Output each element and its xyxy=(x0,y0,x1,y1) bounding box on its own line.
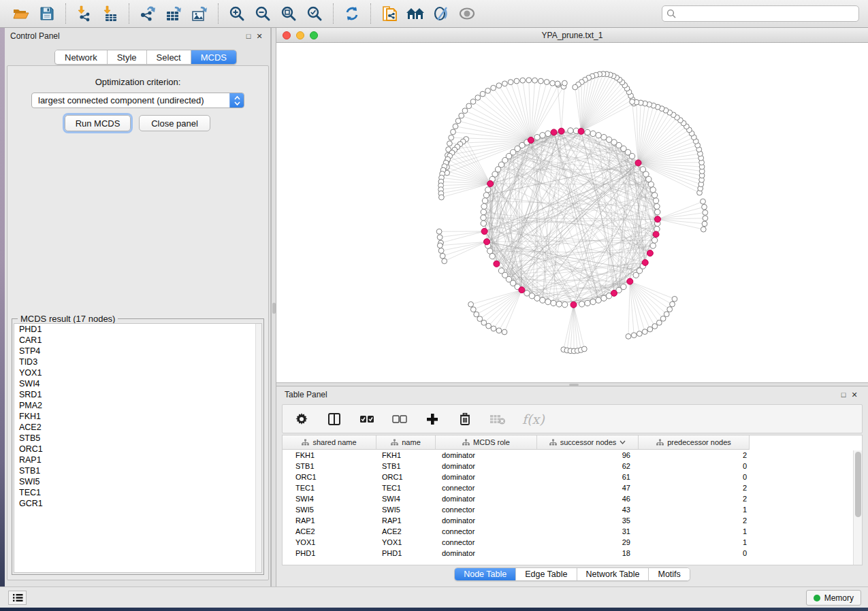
graph-node[interactable] xyxy=(502,81,508,86)
result-list-item[interactable]: STB1 xyxy=(14,465,261,476)
graph-node[interactable] xyxy=(664,312,669,317)
table-cell[interactable]: dominator xyxy=(436,495,537,503)
graph-node[interactable] xyxy=(670,301,675,307)
table-row[interactable]: SWI4SWI4dominator462 xyxy=(283,493,862,504)
table-cell[interactable]: connector xyxy=(436,506,537,514)
table-cell[interactable]: 1 xyxy=(639,538,750,546)
table-cell[interactable]: 47 xyxy=(537,484,639,492)
graph-node[interactable] xyxy=(555,81,560,86)
graph-node-mcds[interactable] xyxy=(653,231,659,237)
graph-node[interactable] xyxy=(470,307,476,312)
table-cell[interactable]: STB1 xyxy=(283,462,376,470)
float-panel-icon[interactable]: □ xyxy=(838,391,849,399)
graph-node[interactable] xyxy=(481,209,486,214)
table-cell[interactable]: 18 xyxy=(537,549,639,557)
graph-node[interactable] xyxy=(438,248,444,254)
graph-node[interactable] xyxy=(637,331,642,337)
result-list-item[interactable]: CAR1 xyxy=(14,335,261,346)
network-window-titlebar[interactable]: YPA_prune.txt_1 xyxy=(276,28,868,43)
graph-node[interactable] xyxy=(653,198,658,203)
tab-select[interactable]: Select xyxy=(147,50,191,64)
table-cell[interactable]: 61 xyxy=(537,473,639,481)
network-graph[interactable] xyxy=(276,43,868,382)
table-cell[interactable]: 2 xyxy=(639,495,750,503)
network-canvas[interactable] xyxy=(276,43,868,382)
graph-node[interactable] xyxy=(581,346,587,352)
table-cell[interactable]: 43 xyxy=(537,506,639,514)
save-session-button[interactable] xyxy=(35,3,59,24)
graph-node[interactable] xyxy=(442,259,447,264)
table-row[interactable]: ORC1ORC1dominator610 xyxy=(283,472,862,482)
table-cell[interactable]: dominator xyxy=(436,549,537,557)
tab-style[interactable]: Style xyxy=(108,50,147,64)
table-cell[interactable]: ORC1 xyxy=(283,473,376,481)
select-all-icon[interactable] xyxy=(359,411,375,427)
minimize-window-icon[interactable] xyxy=(296,31,304,39)
table-cell[interactable]: 2 xyxy=(639,484,750,492)
result-list-item[interactable]: SWI4 xyxy=(14,378,261,389)
column-header[interactable]: name xyxy=(376,435,436,450)
result-list-item[interactable]: FKH1 xyxy=(14,411,261,422)
table-cell[interactable]: SWI5 xyxy=(376,506,436,514)
table-cell[interactable]: RAP1 xyxy=(283,516,376,525)
graph-node[interactable] xyxy=(475,95,481,101)
table-cell[interactable]: STB1 xyxy=(376,462,436,470)
new-network-from-file-button[interactable] xyxy=(378,3,401,24)
graph-node[interactable] xyxy=(440,253,445,259)
graph-node[interactable] xyxy=(449,135,454,140)
graph-node[interactable] xyxy=(642,329,647,335)
graph-node[interactable] xyxy=(701,199,706,204)
graph-node[interactable] xyxy=(514,78,519,84)
table-cell[interactable]: connector xyxy=(436,527,537,535)
graph-node-mcds[interactable] xyxy=(655,216,661,222)
table-cell[interactable]: 0 xyxy=(639,549,750,557)
graph-node[interactable] xyxy=(483,193,489,198)
graph-node[interactable] xyxy=(551,300,556,306)
graph-node[interactable] xyxy=(667,307,673,312)
zoom-selected-button[interactable] xyxy=(303,3,326,24)
graph-node[interactable] xyxy=(532,78,538,83)
tab-edge-table[interactable]: Edge Table xyxy=(516,568,577,580)
table-cell[interactable]: 46 xyxy=(537,495,639,503)
table-cell[interactable]: 0 xyxy=(639,473,750,481)
graph-node-mcds[interactable] xyxy=(519,287,525,293)
graph-node-mcds[interactable] xyxy=(627,278,633,284)
result-list-item[interactable]: TID3 xyxy=(14,357,261,367)
table-cell[interactable]: FKH1 xyxy=(283,451,376,459)
graph-node[interactable] xyxy=(470,99,476,105)
graph-node[interactable] xyxy=(496,83,502,88)
table-cell[interactable]: SWI4 xyxy=(376,495,436,503)
graph-node[interactable] xyxy=(562,302,567,308)
graph-node-mcds[interactable] xyxy=(558,128,564,134)
graph-node[interactable] xyxy=(585,300,590,306)
table-row[interactable]: RAP1RAP1dominator352 xyxy=(283,515,862,526)
graph-node-mcds[interactable] xyxy=(570,301,577,308)
table-cell[interactable]: 1 xyxy=(639,506,750,514)
gear-icon[interactable] xyxy=(293,411,310,427)
tab-network[interactable]: Network xyxy=(55,50,108,64)
tab-network-table[interactable]: Network Table xyxy=(577,568,649,580)
home-button[interactable] xyxy=(404,3,427,24)
table-cell[interactable]: 2 xyxy=(639,516,750,525)
table-cell[interactable]: SWI4 xyxy=(283,495,376,503)
graph-node[interactable] xyxy=(474,312,479,317)
graph-node[interactable] xyxy=(703,210,708,216)
run-mcds-button[interactable]: Run MCDS xyxy=(65,115,131,131)
graph-node[interactable] xyxy=(703,216,708,221)
hide-glasses-button[interactable] xyxy=(430,3,453,24)
column-header[interactable]: MCDS role xyxy=(436,435,537,450)
graph-node[interactable] xyxy=(481,215,486,220)
graph-node[interactable] xyxy=(539,78,544,84)
close-window-icon[interactable] xyxy=(283,31,291,39)
result-list-item[interactable]: PMA2 xyxy=(14,400,261,411)
graph-node[interactable] xyxy=(652,237,657,243)
graph-node[interactable] xyxy=(481,220,486,226)
result-list-item[interactable]: STP4 xyxy=(14,346,261,357)
graph-node[interactable] xyxy=(520,78,526,83)
graph-node[interactable] xyxy=(573,84,578,90)
graph-node[interactable] xyxy=(508,80,513,85)
table-cell[interactable]: 1 xyxy=(639,527,750,535)
graph-node[interactable] xyxy=(480,91,485,97)
graph-node[interactable] xyxy=(502,329,507,335)
graph-node[interactable] xyxy=(540,133,545,138)
